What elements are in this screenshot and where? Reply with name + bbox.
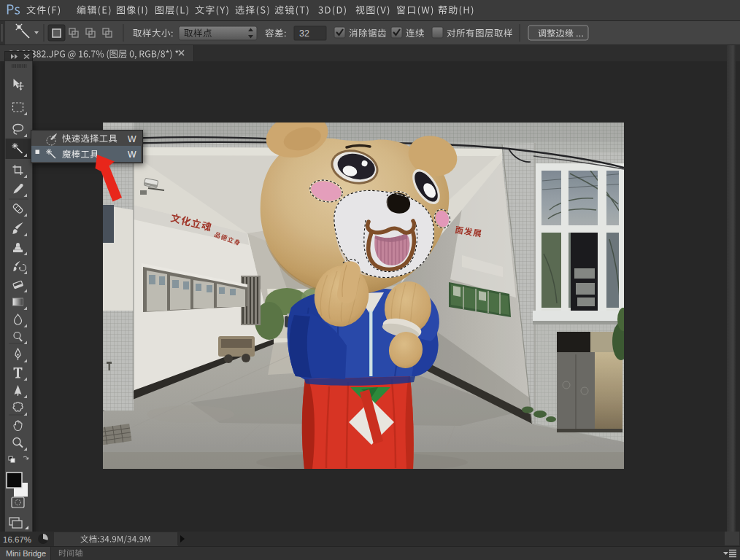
svg-text:W: W: [128, 134, 136, 144]
svg-text:32: 32: [299, 28, 309, 39]
svg-text:16.67%: 16.67%: [3, 535, 31, 544]
svg-text:Mini Bridge: Mini Bridge: [6, 549, 46, 558]
